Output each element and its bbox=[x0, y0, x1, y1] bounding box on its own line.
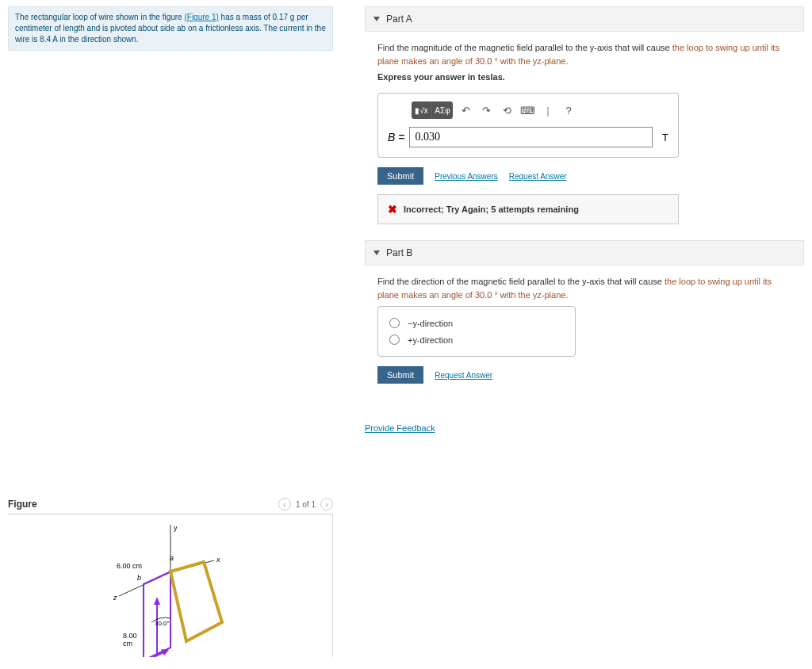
part-b-prompt: Find the direction of the magnetic field… bbox=[377, 275, 791, 301]
part-b-title: Part B bbox=[386, 247, 412, 258]
axis-y-label: y bbox=[174, 524, 178, 532]
figure-panel: Figure ‹ 1 of 1 › y x z bbox=[8, 495, 333, 657]
figure-link[interactable]: (Figure 1) bbox=[184, 13, 218, 21]
mc-option-pos-y[interactable]: +y-direction bbox=[389, 331, 564, 348]
template-button[interactable]: ▮√x bbox=[412, 101, 432, 119]
part-a-instruction: Express your answer in teslas. bbox=[377, 72, 791, 82]
svg-text:8.00: 8.00 bbox=[123, 632, 137, 640]
svg-text:6.00 cm: 6.00 cm bbox=[117, 562, 142, 570]
answer-box-a: ▮√x ΑΣφ ↶ ↷ ⟲ ⌨ | ? B = T bbox=[377, 93, 679, 158]
svg-text:a: a bbox=[170, 554, 174, 562]
axis-z-label: z bbox=[113, 594, 117, 602]
axis-x-label: x bbox=[216, 556, 220, 564]
figure-pager: ‹ 1 of 1 › bbox=[278, 498, 333, 510]
previous-answers-link[interactable]: Previous Answers bbox=[435, 172, 497, 181]
svg-marker-6 bbox=[154, 597, 160, 605]
feedback-box: ✖ Incorrect; Try Again; 5 attempts remai… bbox=[377, 194, 679, 224]
answer-lhs: B = bbox=[388, 131, 404, 143]
figure-body: y x z a bbox=[8, 514, 333, 657]
part-a-title: Part A bbox=[386, 13, 412, 25]
mc-option-neg-y[interactable]: −y-direction bbox=[389, 315, 564, 331]
chevron-down-icon bbox=[373, 17, 380, 21]
undo-icon[interactable]: ↶ bbox=[458, 102, 473, 118]
reset-icon[interactable]: ⟲ bbox=[499, 102, 515, 118]
provide-feedback-link[interactable]: Provide Feedback bbox=[365, 423, 435, 433]
feedback-text: Incorrect; Try Again; 5 attempts remaini… bbox=[404, 205, 579, 214]
radio-neg-y[interactable] bbox=[389, 318, 400, 328]
problem-statement: The rectangular loop of wire shown in th… bbox=[8, 6, 333, 51]
keyboard-icon[interactable]: ⌨ bbox=[519, 102, 535, 118]
svg-text:b: b bbox=[137, 574, 141, 582]
figure-next-button[interactable]: › bbox=[320, 498, 333, 510]
request-answer-link-a[interactable]: Request Answer bbox=[509, 172, 567, 181]
submit-button-a[interactable]: Submit bbox=[377, 167, 423, 185]
redo-icon[interactable]: ↷ bbox=[478, 102, 494, 118]
figure-svg: y x z a bbox=[75, 521, 266, 657]
answer-input-a[interactable] bbox=[409, 127, 653, 147]
incorrect-icon: ✖ bbox=[388, 203, 397, 216]
figure-title: Figure bbox=[8, 499, 37, 510]
part-b-header[interactable]: Part B bbox=[365, 240, 804, 266]
request-answer-link-b[interactable]: Request Answer bbox=[435, 371, 492, 380]
figure-page-indicator: 1 of 1 bbox=[296, 500, 316, 509]
problem-text-pre: The rectangular loop of wire shown in th… bbox=[15, 13, 184, 21]
radio-pos-y[interactable] bbox=[389, 334, 400, 345]
symbols-button[interactable]: ΑΣφ bbox=[432, 101, 453, 119]
help-icon[interactable]: ? bbox=[561, 102, 576, 118]
mc-box: −y-direction +y-direction bbox=[377, 306, 576, 357]
svg-text:30.0°: 30.0° bbox=[155, 620, 170, 627]
svg-text:cm: cm bbox=[123, 640, 132, 648]
svg-marker-4 bbox=[170, 562, 222, 641]
part-a-prompt: Find the magnitude of the magnetic field… bbox=[377, 41, 791, 67]
figure-prev-button[interactable]: ‹ bbox=[278, 498, 291, 510]
answer-unit: T bbox=[662, 132, 668, 143]
chevron-down-icon bbox=[373, 250, 380, 255]
part-a-header[interactable]: Part A bbox=[365, 6, 804, 32]
submit-button-b[interactable]: Submit bbox=[377, 366, 423, 384]
